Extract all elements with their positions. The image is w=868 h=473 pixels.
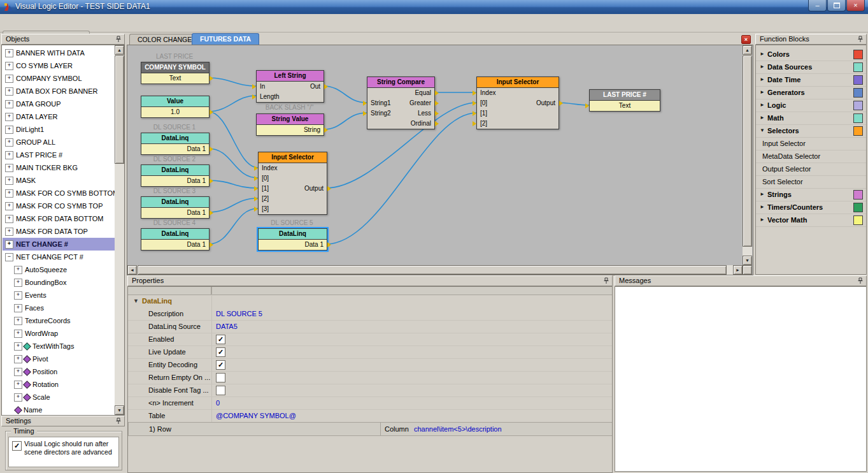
tree-item[interactable]: +Events	[3, 289, 115, 302]
checkbox-checked[interactable]: ✓	[216, 335, 225, 344]
tree-item[interactable]: +TextureCoords	[3, 314, 115, 327]
output-port[interactable]	[327, 242, 331, 247]
maximize-button[interactable]	[827, 0, 846, 11]
close-button[interactable]: ×	[846, 0, 865, 11]
fb-category-logic[interactable]: ►Logic	[756, 99, 866, 112]
input-port[interactable]	[252, 94, 256, 99]
input-port[interactable]	[473, 111, 476, 116]
expand-icon[interactable]: +	[5, 215, 13, 223]
fb-category-colors[interactable]: ►Colors	[756, 48, 866, 61]
property-value[interactable]: DATA5	[216, 320, 238, 333]
tree-item[interactable]: Name	[3, 404, 115, 416]
expand-icon[interactable]: +	[5, 113, 13, 121]
tree-item[interactable]: +AutoSqueeze	[3, 263, 115, 276]
scroll-thumb[interactable]	[138, 265, 727, 275]
output-port[interactable]	[435, 121, 439, 126]
expand-icon[interactable]: +	[5, 49, 13, 57]
output-port[interactable]	[324, 127, 328, 133]
node-datalinq-1[interactable]: DataLinq Data 1	[141, 133, 210, 155]
fb-category-generators[interactable]: ►Generators	[756, 86, 866, 99]
pin-icon[interactable]	[857, 36, 864, 43]
minimize-button[interactable]: –	[808, 0, 827, 11]
fb-category-selectors[interactable]: ▼Selectors	[756, 124, 866, 138]
expand-icon[interactable]: +	[5, 100, 13, 108]
property-value[interactable]: DL SOURCE 5	[216, 307, 262, 320]
pin-icon[interactable]	[115, 36, 122, 43]
checkbox-unchecked[interactable]	[216, 386, 225, 395]
fb-category-strings[interactable]: ►Strings	[756, 188, 866, 201]
tree-item-net-change-selected[interactable]: +NET CHANGE #	[3, 238, 115, 251]
output-port[interactable]	[210, 76, 213, 81]
node-datalinq-2[interactable]: DataLinq Data 1	[141, 164, 210, 187]
output-port[interactable]	[435, 91, 439, 96]
tree-item[interactable]: +DATA LAYER	[3, 110, 115, 123]
scroll-left-button[interactable]: ◄	[127, 265, 137, 275]
tab-close-button[interactable]: ×	[741, 35, 751, 44]
input-port[interactable]	[473, 91, 476, 96]
tree-item[interactable]: +Scale	[3, 391, 115, 404]
tab-futures-data[interactable]: FUTURES DATA	[192, 33, 259, 45]
tree-item[interactable]: +MAIN TICKER BKG	[3, 161, 115, 174]
tree-item[interactable]: +MASK FOR CO SYMB TOP	[3, 200, 115, 212]
node-datalinq-3[interactable]: DataLinq Data 1	[141, 196, 210, 219]
input-port[interactable]	[473, 101, 476, 106]
output-port[interactable]	[210, 147, 213, 152]
scroll-down-button[interactable]: ▼	[743, 256, 752, 265]
expand-icon[interactable]: +	[5, 75, 13, 83]
node-company-symbol[interactable]: COMPANY SYMBOL Text	[141, 62, 210, 84]
scroll-up-button[interactable]: ▲	[115, 45, 124, 55]
expand-icon[interactable]: +	[5, 240, 13, 249]
fb-category-date-time[interactable]: ►Date Time	[756, 73, 866, 87]
node-value[interactable]: Value 1.0	[141, 96, 210, 118]
input-port[interactable]	[363, 101, 367, 106]
tab-color-change[interactable]: COLOR CHANGE	[129, 34, 200, 45]
fb-item-output-selector[interactable]: Output Selector	[756, 163, 866, 176]
tree-item[interactable]: +MASK	[3, 174, 115, 187]
expand-icon[interactable]: +	[5, 189, 13, 198]
node-datalinq-4[interactable]: DataLinq Data 1	[141, 228, 210, 251]
tree-item[interactable]: +MASK FOR DATA BOTTOM	[3, 212, 115, 225]
node-last-price-num[interactable]: LAST PRICE # Text	[589, 89, 660, 112]
expand-icon[interactable]: +	[14, 342, 22, 351]
expand-icon[interactable]: +	[5, 228, 13, 236]
output-port[interactable]	[210, 242, 213, 247]
scroll-thumb[interactable]	[115, 55, 124, 164]
tree-item[interactable]: +DATA BOX FOR BANNER	[3, 85, 115, 98]
property-value[interactable]: @COMPANY SYMBOL@	[216, 409, 296, 422]
tree-item[interactable]: +BoundingBox	[3, 276, 115, 289]
scroll-right-button[interactable]: ►	[733, 265, 743, 275]
tree-item[interactable]: +BANNER WITH DATA	[3, 47, 115, 59]
expand-icon[interactable]: +	[14, 304, 22, 312]
input-port[interactable]	[585, 103, 589, 108]
output-port[interactable]	[210, 110, 213, 115]
window-titlebar[interactable]: Visual Logic Editor - TEST SIDE DATA1 – …	[0, 0, 868, 14]
output-port[interactable]	[327, 186, 331, 191]
tree-item[interactable]: −NET CHANGE PCT #	[3, 251, 115, 263]
input-port[interactable]	[473, 121, 476, 126]
fb-category-data-sources[interactable]: ►Data Sources	[756, 61, 866, 74]
tree-item[interactable]: +Position	[3, 365, 115, 378]
output-port[interactable]	[435, 111, 439, 116]
tree-item[interactable]: +Pivot	[3, 353, 115, 365]
input-port[interactable]	[254, 196, 258, 201]
property-value[interactable]: 0	[216, 397, 220, 409]
node-input-selector-bottom[interactable]: Input Selector Index [0] [1]Output [2] […	[258, 152, 327, 215]
pin-icon[interactable]	[857, 277, 864, 285]
checkbox-checked[interactable]: ✓	[216, 360, 225, 370]
objects-scrollbar[interactable]: ▲ ▼	[115, 45, 124, 415]
tree-item[interactable]: +LAST PRICE #	[3, 149, 115, 161]
input-port[interactable]	[254, 186, 258, 191]
tree-item[interactable]: +MASK FOR CO SYMB BOTTOM	[3, 187, 115, 200]
run-after-checkbox[interactable]: ✓	[12, 441, 22, 451]
collapse-triangle-icon[interactable]: ▼	[133, 295, 139, 307]
tree-item[interactable]: +MASK FOR DATA TOP	[3, 225, 115, 238]
cell-divider[interactable]	[380, 423, 381, 435]
expand-icon[interactable]: +	[14, 368, 22, 376]
tree-item[interactable]: +CO SYMB LAYER	[3, 59, 115, 72]
checkbox-checked[interactable]: ✓	[216, 347, 225, 357]
expand-icon[interactable]: +	[14, 355, 22, 363]
expand-icon[interactable]: +	[14, 291, 22, 300]
expand-icon[interactable]: +	[5, 164, 13, 172]
input-port[interactable]	[252, 84, 256, 89]
fb-item-input-selector[interactable]: Input Selector	[756, 137, 866, 150]
